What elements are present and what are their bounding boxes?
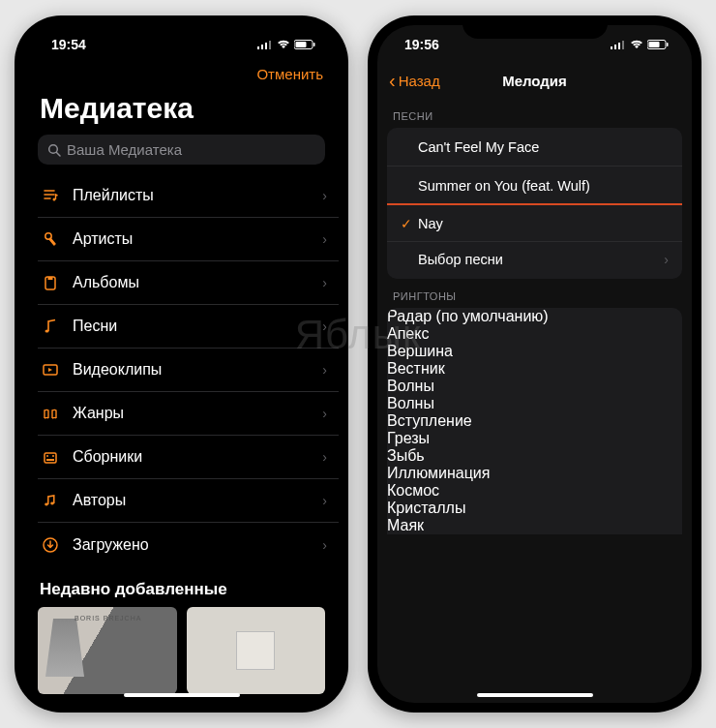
cellular-icon [611,40,626,49]
ringtone-row[interactable]: Зыбь [387,447,682,465]
svg-rect-18 [46,459,54,461]
row-label: Авторы [73,492,322,509]
ringtone-row[interactable]: Вестник [387,360,682,378]
mic-icon [38,230,63,248]
download-icon [38,536,63,554]
library-row-comp[interactable]: Сборники › [38,436,339,479]
library-row-album[interactable]: Альбомы › [38,261,339,305]
ringtone-row[interactable]: Грезы [387,430,682,447]
ringtone-row[interactable]: Радар (по умолчанию) [387,308,682,325]
svg-rect-22 [611,46,612,49]
chevron-right-icon: › [322,406,327,421]
ringtones-header: РИНГТОНЫ [377,279,692,308]
chevron-left-icon: ‹ [389,71,396,90]
row-label: Артисты [73,230,322,248]
song-row[interactable]: Выбор песни › [387,240,682,279]
ringtone-label: Кристаллы [387,500,465,516]
ringtone-label: Радар (по умолчанию) [387,308,549,324]
ringtone-row[interactable]: Маяк [387,517,682,534]
ringtone-row[interactable]: Вершина [387,343,682,360]
row-label: Загружено [73,536,322,554]
song-row[interactable]: ✓ Nay [387,203,682,242]
svg-rect-0 [257,46,259,49]
songs-group: Can't Feel My Face Summer on You (feat. … [387,128,682,279]
library-row-playlist[interactable]: Плейлисты › [38,174,339,218]
video-icon [38,361,63,379]
chevron-right-icon: › [322,537,327,553]
svg-rect-27 [649,42,660,47]
svg-point-16 [46,455,48,457]
library-row-genre[interactable]: Жанры › [38,392,339,436]
note-icon [38,318,63,335]
phone-left: 19:54 Отменить Медиатека [15,15,348,713]
ringtone-label: Вступление [387,412,472,429]
home-indicator[interactable] [477,693,593,697]
genre-icon [38,405,63,422]
library-list: Плейлисты › Артисты › Альбомы › Песни › … [24,174,339,566]
ringtone-row[interactable]: Волны [387,378,682,395]
ringtone-label: Вершина [387,343,453,359]
row-label: Плейлисты [73,187,322,204]
status-time: 19:54 [51,37,86,52]
song-label: Summer on You (feat. Wulf) [418,178,669,194]
search-placeholder: Ваша Медиатека [67,141,182,158]
ringtone-row[interactable]: Кристаллы [387,500,682,517]
svg-rect-1 [261,45,263,49]
ringtone-row[interactable]: Волны [387,395,682,412]
library-row-authors[interactable]: Авторы › [38,479,339,523]
svg-rect-25 [622,41,624,49]
chevron-right-icon: › [322,275,327,290]
song-row[interactable]: Can't Feel My Face [387,128,682,167]
chevron-right-icon: › [322,449,327,465]
chevron-right-icon: › [322,493,327,508]
authors-icon [38,492,63,509]
ringtone-label: Маяк [387,517,424,533]
comp-icon [38,448,63,466]
chevron-right-icon: › [322,188,327,203]
album-cover[interactable] [187,607,326,694]
ringtone-row[interactable]: Апекс [387,325,682,343]
cellular-icon [257,40,273,49]
row-label: Жанры [73,405,322,422]
songs-header: ПЕСНИ [377,99,692,128]
svg-point-17 [52,455,54,457]
library-row-video[interactable]: Видеоклипы › [38,349,339,392]
ringtones-group: Радар (по умолчанию)АпексВершинаВестникВ… [387,308,682,534]
ringtone-row[interactable]: Иллюминация [387,465,682,482]
svg-rect-15 [45,453,56,463]
album-icon [38,274,63,291]
library-row-mic[interactable]: Артисты › [38,218,339,261]
svg-rect-6 [313,43,315,46]
svg-rect-23 [614,45,616,49]
status-bar: 19:56 [377,25,692,64]
svg-rect-12 [48,277,53,280]
search-input[interactable]: Ваша Медиатека [38,135,325,165]
ringtone-row[interactable]: Вступление [387,412,682,430]
library-row-download[interactable]: Загружено › [38,523,339,566]
library-row-note[interactable]: Песни › [38,305,339,349]
battery-icon [294,40,315,49]
cancel-button[interactable]: Отменить [256,66,323,82]
playlist-icon [38,187,63,204]
chevron-right-icon: › [322,231,327,247]
svg-rect-28 [667,43,669,46]
svg-rect-3 [269,41,271,49]
ringtone-label: Иллюминация [387,465,490,481]
chevron-right-icon: › [322,318,327,334]
svg-rect-24 [618,43,620,49]
back-button[interactable]: ‹ Назад [389,71,440,90]
row-label: Сборники [73,448,322,466]
page-title: Медиатека [24,88,339,135]
row-label: Видеоклипы [73,361,322,379]
status-bar: 19:54 [24,25,339,64]
home-indicator[interactable] [124,693,240,697]
ringtone-label: Вестник [387,360,445,377]
svg-rect-2 [265,43,267,49]
recent-albums [24,607,339,694]
album-cover[interactable] [38,607,177,694]
svg-rect-5 [296,42,307,47]
svg-line-8 [57,152,61,156]
wifi-icon [630,40,643,49]
song-row[interactable]: Summer on You (feat. Wulf) [387,167,682,205]
ringtone-row[interactable]: Космос [387,482,682,500]
